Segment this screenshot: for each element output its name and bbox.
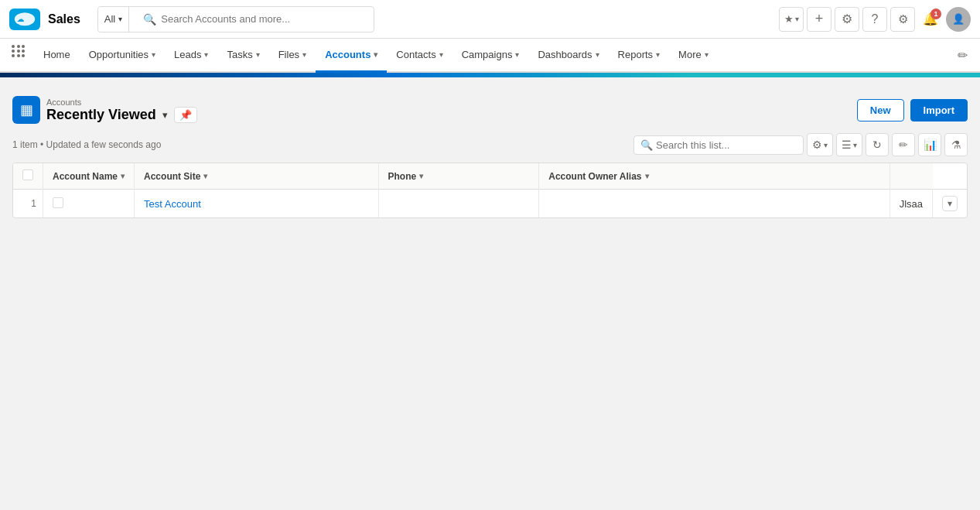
- owner-alias-col-label: Account Owner Alias: [548, 171, 641, 182]
- view-name: Recently Viewed: [46, 107, 156, 123]
- header-phone: Phone ▾: [378, 163, 539, 190]
- gear-icon: ⚙: [812, 139, 822, 151]
- edit-columns-btn[interactable]: ✏: [892, 133, 915, 156]
- salesforce-logo[interactable]: ☁: [9, 9, 40, 30]
- view-selector-btn[interactable]: ▾: [161, 108, 169, 122]
- search-scope-chevron: ▾: [118, 15, 122, 23]
- accounts-chevron: ▾: [374, 50, 377, 59]
- nav-leads-label: Leads: [174, 49, 201, 60]
- row-checkbox[interactable]: [53, 197, 63, 208]
- select-all-checkbox[interactable]: [22, 169, 33, 180]
- pin-btn[interactable]: 📌: [174, 107, 197, 123]
- list-search-input[interactable]: [656, 139, 797, 151]
- account-site-sort-icon[interactable]: ▾: [203, 172, 207, 180]
- list-controls: 🔍 ⚙ ▾ ☰ ▾ ↻ ✏ 📊 ⚗: [633, 133, 968, 156]
- nav-files-label: Files: [278, 49, 299, 60]
- owner-alias-sort-icon[interactable]: ▾: [645, 172, 649, 180]
- global-search[interactable]: 🔍: [135, 7, 367, 32]
- filter-btn[interactable]: ⚗: [944, 133, 968, 156]
- import-button[interactable]: Import: [910, 99, 968, 122]
- help-icon[interactable]: ?: [862, 7, 887, 32]
- nav-dashboards-label: Dashboards: [538, 49, 592, 60]
- phone-sort-icon[interactable]: ▾: [419, 172, 423, 180]
- contacts-chevron: ▾: [439, 50, 443, 59]
- nav-tasks-label: Tasks: [227, 49, 252, 60]
- owner-alias-cell: Jlsaa: [890, 190, 932, 218]
- nav-reports-label: Reports: [618, 49, 654, 60]
- gear-chevron: ▾: [824, 141, 828, 149]
- nav-leads[interactable]: Leads ▾: [165, 39, 217, 73]
- nav-home-label: Home: [43, 49, 70, 60]
- header-account-name: Account Name ▾: [43, 163, 135, 190]
- columns-btn[interactable]: ☰ ▾: [836, 133, 862, 156]
- nav-tasks[interactable]: Tasks ▾: [217, 39, 268, 73]
- list-actions: New Import: [857, 99, 968, 122]
- nav-accounts-label: Accounts: [325, 49, 370, 60]
- topbar: ☁ Sales All ▾ 🔍 ★ ▾ + ⚙ ? ⚙ 🔔 1 👤: [0, 0, 980, 39]
- nav-dashboards[interactable]: Dashboards ▾: [528, 39, 608, 73]
- object-label: Accounts: [46, 98, 197, 107]
- columns-chevron: ▾: [853, 141, 857, 149]
- list-search[interactable]: 🔍: [633, 135, 804, 155]
- header-account-owner-alias: Account Owner Alias ▾: [539, 163, 890, 190]
- list-view-title: Recently Viewed ▾ 📌: [46, 107, 197, 123]
- list-search-icon: 🔍: [640, 139, 653, 151]
- list-title-block: Accounts Recently Viewed ▾ 📌: [46, 98, 197, 123]
- opportunities-chevron: ▾: [152, 50, 155, 59]
- leads-chevron: ▾: [204, 50, 208, 59]
- nav-campaigns[interactable]: Campaigns ▾: [452, 39, 529, 73]
- favorites-btn[interactable]: ★ ▾: [779, 7, 804, 32]
- account-site-col-label: Account Site: [144, 171, 200, 182]
- nav-contacts-label: Contacts: [396, 49, 435, 60]
- list-subheader: 1 item • Updated a few seconds ago 🔍 ⚙ ▾…: [12, 127, 968, 163]
- row-action-btn[interactable]: ▾: [942, 196, 958, 211]
- accounts-table: Account Name ▾ Account Site ▾ Phone: [12, 163, 968, 218]
- star-icon: ★: [784, 13, 794, 25]
- account-name-cell: Test Account: [135, 190, 379, 218]
- notif-badge: 1: [930, 9, 941, 19]
- header-account-site: Account Site ▾: [135, 163, 379, 190]
- campaigns-chevron: ▾: [515, 50, 519, 59]
- files-chevron: ▾: [302, 50, 306, 59]
- nav-more-label: More: [678, 49, 702, 60]
- search-scope-label: All: [104, 13, 115, 25]
- tasks-chevron: ▾: [256, 50, 260, 59]
- grid-icon: [12, 45, 26, 57]
- nav-more[interactable]: More ▾: [669, 39, 718, 73]
- nav-reports[interactable]: Reports ▾: [609, 39, 670, 73]
- table-row: 1 Test Account Jlsaa ▾: [13, 190, 967, 218]
- chart-btn[interactable]: 📊: [918, 133, 941, 156]
- list-settings-btn[interactable]: ⚙ ▾: [807, 133, 833, 156]
- search-scope-dropdown[interactable]: All ▾: [98, 7, 129, 32]
- account-name-sort-icon[interactable]: ▾: [121, 172, 125, 180]
- nav-accounts[interactable]: Accounts ▾: [316, 39, 387, 73]
- nav-opportunities[interactable]: Opportunities ▾: [80, 39, 165, 73]
- nav-files[interactable]: Files ▾: [269, 39, 316, 73]
- row-number: 1: [13, 190, 43, 218]
- user-avatar[interactable]: 👤: [946, 7, 971, 32]
- search-icon: 🔍: [143, 13, 156, 26]
- new-button[interactable]: New: [857, 99, 904, 122]
- search-input[interactable]: [161, 13, 360, 25]
- svg-text:☁: ☁: [17, 15, 24, 23]
- notifications-btn[interactable]: 🔔 1: [918, 7, 943, 32]
- row-actions-cell: ▾: [933, 190, 968, 218]
- favorites-chevron: ▾: [795, 15, 799, 23]
- setup-icon[interactable]: ⚙: [835, 7, 859, 32]
- navbar-edit-btn[interactable]: ✏: [951, 39, 974, 71]
- header-checkbox-col: [13, 163, 43, 190]
- phone-col-label: Phone: [388, 171, 417, 182]
- account-name-link[interactable]: Test Account: [144, 198, 201, 210]
- app-launcher-btn[interactable]: [6, 39, 31, 63]
- refresh-btn[interactable]: ↻: [866, 133, 889, 156]
- reports-chevron: ▾: [656, 50, 660, 59]
- nav-opportunities-label: Opportunities: [89, 49, 149, 60]
- nav-home[interactable]: Home: [34, 39, 80, 73]
- list-header: ▦ Accounts Recently Viewed ▾ 📌 New Impor…: [12, 90, 968, 127]
- settings-icon[interactable]: ⚙: [890, 7, 915, 32]
- row-checkbox-cell: [43, 190, 135, 218]
- add-btn[interactable]: +: [807, 7, 831, 32]
- dashboards-chevron: ▾: [596, 50, 599, 59]
- nav-contacts[interactable]: Contacts ▾: [387, 39, 452, 73]
- account-name-col-label: Account Name: [53, 171, 118, 182]
